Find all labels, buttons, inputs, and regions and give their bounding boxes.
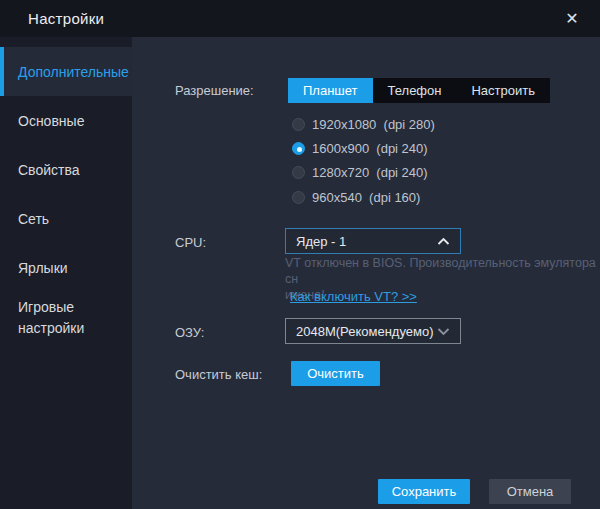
chevron-down-icon: [437, 327, 450, 336]
page-title: Настройки: [28, 0, 104, 37]
cpu-dropdown-value: Ядер - 1: [296, 234, 437, 249]
radio-1920x1080[interactable]: 1920x1080 (dpi 280): [292, 115, 435, 133]
radio-1600x900[interactable]: 1600x900 (dpi 240): [292, 139, 428, 157]
save-button[interactable]: Сохранить: [378, 479, 470, 504]
radio-icon: [292, 166, 305, 179]
settings-content: Разрешение: Планшет Телефон Настроить 19…: [132, 37, 600, 509]
close-icon[interactable]: ✕: [556, 0, 588, 37]
radio-label: 960x540 (dpi 160): [312, 190, 420, 205]
clear-cache-button[interactable]: Очистить: [291, 361, 380, 386]
radio-label: 1280x720 (dpi 240): [312, 165, 428, 180]
sidebar-item-label: Свойства: [18, 162, 79, 178]
radio-icon: [292, 191, 305, 204]
radio-label: 1920x1080 (dpi 280): [312, 117, 435, 132]
tab-phone[interactable]: Телефон: [373, 78, 457, 103]
ram-dropdown[interactable]: 2048M(Рекомендуемо): [285, 318, 461, 344]
radio-selected-icon: [292, 142, 305, 155]
sidebar-item-label: Игровые настройки: [18, 297, 112, 339]
sidebar: Дополнительные Основные Свойства Сеть Яр…: [0, 37, 132, 509]
sidebar-item-shortcuts[interactable]: Ярлыки: [0, 243, 132, 292]
cancel-button[interactable]: Отмена: [489, 479, 571, 504]
settings-dialog: Настройки ✕ Дополнительные Основные Свой…: [0, 0, 600, 509]
chevron-up-icon: [437, 237, 450, 246]
resolution-tabbar: Планшет Телефон Настроить: [288, 78, 550, 103]
ram-label: ОЗУ:: [175, 325, 204, 340]
sidebar-item-network[interactable]: Сеть: [0, 194, 132, 243]
resolution-label: Разрешение:: [175, 83, 254, 98]
radio-icon: [292, 118, 305, 131]
clear-cache-label: Очистить кеш:: [175, 367, 262, 382]
tab-customize[interactable]: Настроить: [456, 78, 550, 103]
radio-960x540[interactable]: 960x540 (dpi 160): [292, 188, 420, 206]
cpu-dropdown[interactable]: Ядер - 1: [285, 228, 461, 254]
sidebar-item-basic[interactable]: Основные: [0, 96, 132, 145]
title-bar: Настройки ✕: [0, 0, 600, 37]
sidebar-item-additional[interactable]: Дополнительные: [0, 47, 132, 96]
sidebar-item-label: Сеть: [18, 211, 49, 227]
enable-vt-link[interactable]: Как включить VT? >>: [290, 289, 417, 304]
sidebar-item-label: Дополнительные: [18, 64, 129, 80]
radio-label: 1600x900 (dpi 240): [312, 141, 428, 156]
tab-tablet[interactable]: Планшет: [288, 78, 373, 103]
cpu-label: CPU:: [175, 235, 206, 250]
sidebar-item-label: Ярлыки: [18, 260, 68, 276]
radio-1280x720[interactable]: 1280x720 (dpi 240): [292, 163, 428, 181]
sidebar-item-properties[interactable]: Свойства: [0, 145, 132, 194]
ram-dropdown-value: 2048M(Рекомендуемо): [296, 324, 437, 339]
sidebar-item-label: Основные: [18, 113, 84, 129]
sidebar-item-game-settings[interactable]: Игровые настройки: [0, 292, 132, 341]
